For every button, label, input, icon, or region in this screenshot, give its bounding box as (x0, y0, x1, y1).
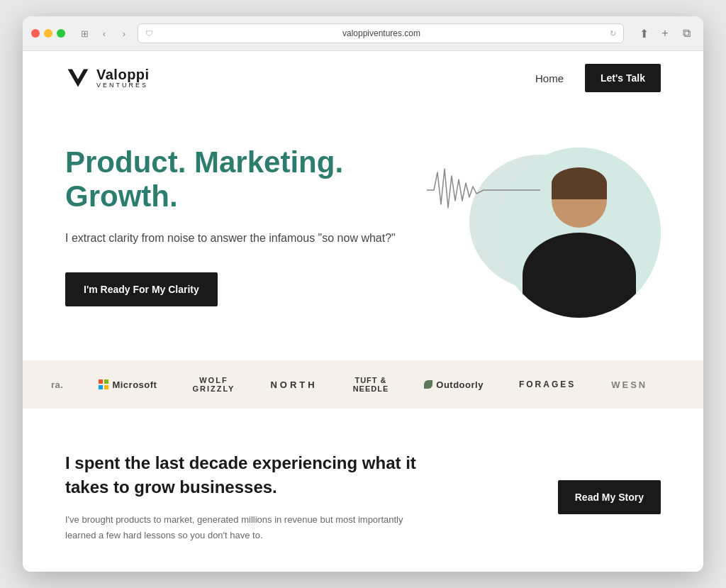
close-button[interactable] (31, 29, 40, 38)
hero-subtext: I extract clarity from noise to answer t… (65, 230, 406, 247)
browser-chrome: ⊞ ‹ › 🛡 valoppiventures.com ↻ ⬆ + ⧉ (23, 16, 703, 51)
brand-microsoft-label: Microsoft (112, 379, 157, 390)
about-body: I've brought products to market, generat… (65, 512, 434, 543)
brand-outdoorly: Outdoorly (424, 379, 484, 390)
read-story-button[interactable]: Read My Story (558, 480, 661, 514)
brand-wolf-grizzly: WOLFGRIZZLY (192, 376, 235, 393)
reload-icon[interactable]: ↻ (610, 29, 616, 38)
url-text: valoppiventures.com (157, 28, 605, 38)
brand-partial-right: WESN (611, 379, 647, 390)
brand-outdoorly-label: Outdoorly (436, 379, 484, 390)
lets-talk-button[interactable]: Let's Talk (585, 64, 661, 92)
hero-headline: Product. Marketing. Growth. (65, 145, 406, 214)
new-tab-button[interactable]: + (657, 25, 674, 42)
about-headline: I spent the last decade experiencing wha… (65, 451, 434, 499)
brand-tuft-needle: TUFT &NEEDLE (353, 376, 389, 393)
back-button[interactable]: ‹ (96, 26, 112, 41)
forward-button[interactable]: › (116, 26, 132, 41)
brand-forages: FORAGES (519, 379, 576, 389)
nav-right: Home Let's Talk (535, 64, 661, 92)
logo-icon (65, 65, 91, 91)
nav-home-link[interactable]: Home (535, 72, 564, 84)
hero-cta-button[interactable]: I'm Ready For My Clarity (65, 272, 218, 306)
brand-wolf-grizzly-label: WOLFGRIZZLY (192, 376, 235, 393)
about-section: I spent the last decade experiencing wha… (23, 409, 703, 571)
brands-strip: ra. Microsoft WOLFGRIZZLY NORTH (23, 360, 703, 409)
navbar: Valoppi VENTURES Home Let's Talk (23, 51, 703, 105)
address-bar[interactable]: 🛡 valoppiventures.com ↻ (138, 23, 624, 43)
logo-name: Valoppi (96, 67, 150, 82)
page-content: Valoppi VENTURES Home Let's Talk Product… (23, 51, 703, 572)
brand-north: NORTH (270, 379, 317, 390)
microsoft-icon (99, 379, 108, 389)
hero-text: Product. Marketing. Growth. I extract cl… (65, 145, 406, 306)
minimize-button[interactable] (44, 29, 52, 38)
maximize-button[interactable] (57, 29, 65, 38)
waveform-icon (427, 162, 540, 218)
outdoorly-icon (424, 380, 432, 389)
brand-forages-label: FORAGES (519, 379, 576, 389)
traffic-lights (31, 29, 65, 38)
tabs-button[interactable]: ⧉ (678, 25, 695, 42)
browser-controls: ⊞ ‹ › (77, 26, 132, 41)
svg-marker-0 (68, 70, 89, 87)
brand-partial-left: ra. (51, 379, 63, 390)
hero-section: Product. Marketing. Growth. I extract cl… (23, 105, 703, 360)
about-text: I spent the last decade experiencing wha… (65, 451, 434, 543)
sidebar-toggle-button[interactable]: ⊞ (77, 26, 92, 41)
brands-inner: ra. Microsoft WOLFGRIZZLY NORTH (23, 376, 703, 393)
brand-tuft-needle-label: TUFT &NEEDLE (353, 376, 389, 393)
shield-icon: 🛡 (145, 29, 153, 38)
brand-north-label: NORTH (270, 379, 317, 390)
browser-actions: ⬆ + ⧉ (635, 25, 695, 42)
share-button[interactable]: ⬆ (635, 25, 652, 42)
hero-illustration (448, 133, 661, 318)
browser-window: ⊞ ‹ › 🛡 valoppiventures.com ↻ ⬆ + ⧉ Valo… (23, 16, 703, 572)
logo-text: Valoppi VENTURES (96, 67, 150, 89)
logo-sub: VENTURES (96, 82, 150, 89)
brand-microsoft: Microsoft (99, 379, 157, 390)
logo-area[interactable]: Valoppi VENTURES (65, 65, 150, 91)
